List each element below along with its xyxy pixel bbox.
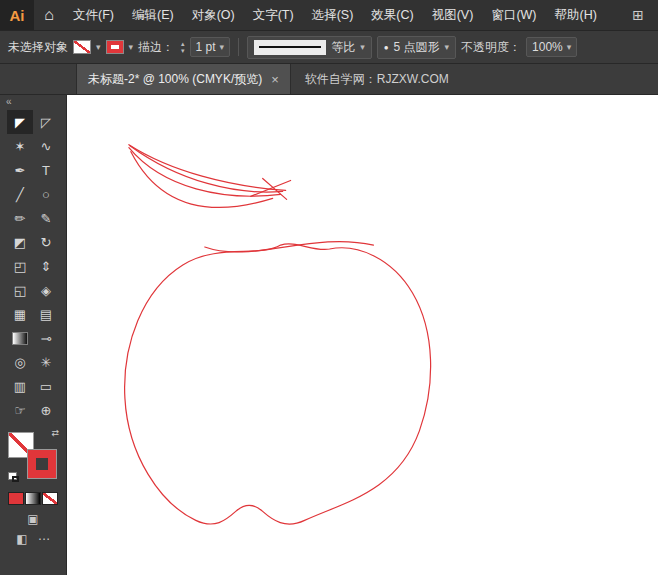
perspective-grid-tool[interactable]: ▦ [7,302,33,326]
opacity-value: 100% [532,40,563,54]
mesh-tool[interactable]: ▤ [33,302,59,326]
drawing-mode-button[interactable]: ▣ [27,513,38,525]
home-icon[interactable]: ⌂ [34,6,64,24]
blend-tool[interactable]: ◎ [7,350,33,374]
workspace: « ◤ ◸ ✶ ∿ ✒ T ╱ ○ ✏ ✎ ◩ ↻ ◰ ⇕ ◱ ◈ ▦ ▤ [0,95,658,575]
menu-file[interactable]: 文件(F) [64,0,123,30]
gradient-tool[interactable] [7,326,33,350]
magic-wand-tool[interactable]: ✶ [7,134,33,158]
shape-builder-tool[interactable]: ◈ [33,278,59,302]
magic-wand-icon: ✶ [15,139,26,154]
gradient-tool-icon [12,332,28,345]
default-fill-stroke-icon[interactable] [8,472,21,483]
app-logo[interactable]: Ai [0,0,34,30]
document-title: 未标题-2* @ 100% (CMYK/预览) [88,71,262,88]
menu-help[interactable]: 帮助(H) [546,0,606,30]
default-stroke-mini [12,476,19,482]
more-options-icon[interactable]: ⋯ [38,533,50,545]
close-icon[interactable]: × [271,72,279,87]
tools-panel: « ◤ ◸ ✶ ∿ ✒ T ╱ ○ ✏ ✎ ◩ ↻ ◰ ⇕ ◱ ◈ ▦ ▤ [0,95,67,575]
pen-tool[interactable]: ✒ [7,158,33,182]
zoom-icon: ⊕ [41,403,52,418]
column-graph-tool[interactable]: ▥ [7,374,33,398]
opacity-dropdown[interactable]: 100% ▾ [526,37,577,57]
type-icon: T [42,163,50,178]
stroke-weight-label: 描边： [138,39,174,56]
width-profile-label: 等比 [331,39,355,56]
artboard-icon: ▭ [40,379,52,394]
brush-preview-icon: ● [384,43,389,52]
brush-definition-dropdown[interactable]: ● 5 点圆形 ▾ [377,36,456,59]
apple-body-path[interactable] [125,244,431,524]
chevron-down-icon: ▾ [220,43,225,52]
lasso-tool[interactable]: ∿ [33,134,59,158]
chevron-down-icon: ▾ [360,43,365,52]
stroke-color-swatch[interactable] [106,40,124,54]
step-down-icon[interactable]: ▾ [181,47,185,54]
width-tool[interactable]: ⇕ [33,254,59,278]
opacity-label: 不透明度： [461,39,521,56]
brush-definition-label: 5 点圆形 [394,39,440,56]
leaf-curve-3[interactable] [129,148,281,196]
symbol-sprayer-tool[interactable]: ✳ [33,350,59,374]
zoom-tool[interactable]: ⊕ [33,398,59,422]
artboard-tool[interactable]: ▭ [33,374,59,398]
menu-view[interactable]: 视图(V) [423,0,483,30]
gradient-button[interactable] [25,492,41,505]
color-button[interactable] [8,492,24,505]
stroke-profile-preview [254,40,326,55]
blend-icon: ◎ [14,355,25,370]
eyedropper-icon: ⊸ [41,331,52,346]
none-button[interactable] [42,492,58,505]
leaf-cross-line-1[interactable] [251,180,291,196]
workspace-switcher-icon[interactable]: ⊞ [618,7,658,23]
ellipse-tool[interactable]: ○ [33,182,59,206]
screen-mode-button[interactable]: ◧ [16,533,27,545]
mesh-icon: ▤ [40,307,52,322]
apple-top-curve[interactable] [205,242,374,252]
menu-type[interactable]: 文字(T) [244,0,303,30]
fill-color-swatch[interactable] [73,40,91,54]
eraser-tool[interactable]: ◩ [7,230,33,254]
step-up-icon[interactable]: ▴ [181,40,185,47]
paintbrush-tool[interactable]: ✏ [7,206,33,230]
screen-mode-row: ◧ ⋯ [16,533,49,545]
swap-fill-stroke-icon[interactable]: ⇄ [51,429,59,438]
column-graph-icon: ▥ [14,379,26,394]
rotate-tool[interactable]: ↻ [33,230,59,254]
menu-object[interactable]: 对象(O) [183,0,244,30]
width-profile-dropdown[interactable]: 等比 ▾ [247,36,372,59]
color-mode-buttons [8,492,58,505]
eyedropper-tool[interactable]: ⊸ [33,326,59,350]
stroke-swatch[interactable] [28,450,56,478]
control-bar: 未选择对象 ▾ ▾ 描边： ▴ ▾ 1 pt ▾ 等比 ▾ ● 5 点圆形 ▾ … [0,31,658,64]
menu-edit[interactable]: 编辑(E) [123,0,183,30]
rotate-icon: ↻ [41,235,52,250]
menu-select[interactable]: 选择(S) [303,0,363,30]
menu-window[interactable]: 窗口(W) [482,0,545,30]
direct-selection-tool[interactable]: ◸ [33,110,59,134]
menu-effect[interactable]: 效果(C) [362,0,422,30]
selection-tool[interactable]: ◤ [7,110,33,134]
type-tool[interactable]: T [33,158,59,182]
artboard-canvas[interactable] [67,95,658,575]
stroke-weight-dropdown[interactable]: 1 pt ▾ [190,37,231,57]
menubar: Ai ⌂ 文件(F) 编辑(E) 对象(O) 文字(T) 选择(S) 效果(C)… [0,0,658,31]
chevron-down-icon[interactable]: ▾ [129,43,134,52]
scale-tool[interactable]: ◰ [7,254,33,278]
line-segment-tool[interactable]: ╱ [7,182,33,206]
document-tab[interactable]: 未标题-2* @ 100% (CMYK/预览) × [76,64,291,94]
stroke-weight-value: 1 pt [196,40,216,54]
selection-tool-icon: ◤ [15,115,25,130]
chevron-down-icon[interactable]: ▾ [96,43,101,52]
chevron-down-icon: ▾ [445,43,450,52]
collapse-panel-icon[interactable]: « [0,95,66,110]
hand-tool[interactable]: ☞ [7,398,33,422]
fill-stroke-widget: ⇄ [7,429,59,483]
divider [238,38,239,56]
ellipse-icon: ○ [42,187,50,202]
chevron-down-icon: ▾ [567,43,572,52]
stroke-weight-stepper[interactable]: ▴ ▾ [181,40,185,54]
pencil-tool[interactable]: ✎ [33,206,59,230]
free-transform-tool[interactable]: ◱ [7,278,33,302]
